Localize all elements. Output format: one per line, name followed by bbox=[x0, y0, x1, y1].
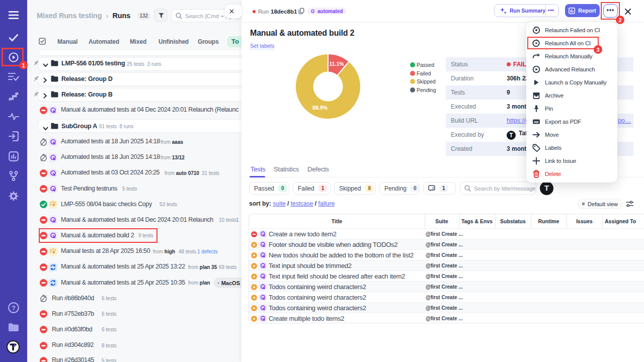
svg-text:11.1%: 11.1% bbox=[329, 61, 344, 67]
svg-text:PDF: PDF bbox=[534, 121, 539, 124]
svg-text:?: ? bbox=[12, 304, 16, 312]
svg-text:88.9%: 88.9% bbox=[312, 105, 328, 111]
